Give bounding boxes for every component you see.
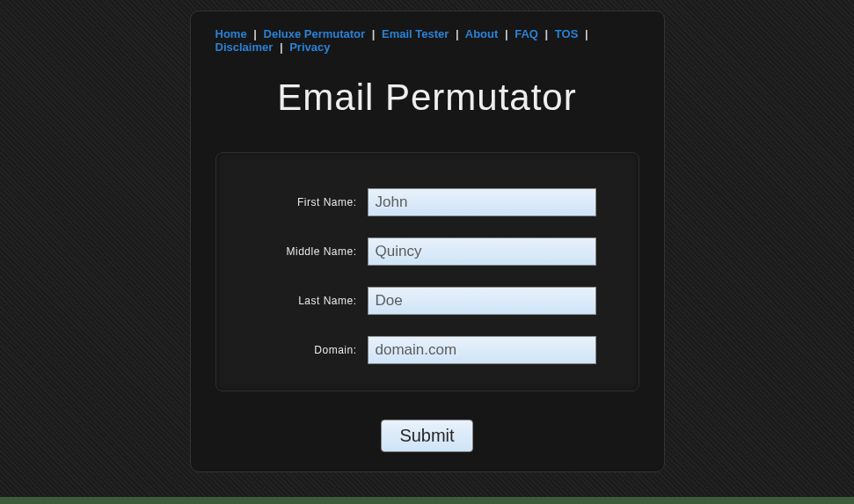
top-nav: Home | Deluxe Permutator | Email Tester … (215, 27, 639, 54)
first-name-label: First Name: (243, 196, 357, 208)
nav-sep: | (456, 27, 459, 40)
page-title: Email Permutator (215, 77, 639, 119)
last-name-input[interactable] (368, 287, 596, 315)
nav-deluxe-permutator[interactable]: Deluxe Permutator (264, 27, 366, 40)
row-domain: Domain: (243, 336, 612, 364)
nav-home[interactable]: Home (215, 27, 247, 40)
form-box: First Name: Middle Name: Last Name: Doma… (215, 152, 639, 391)
middle-name-label: Middle Name: (243, 245, 357, 258)
nav-disclaimer[interactable]: Disclaimer (215, 40, 274, 54)
nav-sep: | (253, 27, 257, 40)
nav-tos[interactable]: TOS (555, 27, 579, 40)
nav-email-tester[interactable]: Email Tester (382, 27, 449, 40)
nav-sep: | (545, 27, 549, 40)
middle-name-input[interactable] (368, 237, 596, 266)
nav-sep: | (280, 40, 283, 54)
nav-about[interactable]: About (465, 27, 499, 40)
bottom-bar (0, 497, 854, 504)
nav-sep: | (505, 27, 508, 40)
submit-button[interactable]: Submit (381, 420, 472, 452)
row-middle-name: Middle Name: (243, 237, 612, 266)
nav-privacy[interactable]: Privacy (289, 40, 330, 54)
row-last-name: Last Name: (243, 287, 612, 315)
row-first-name: First Name: (243, 188, 612, 216)
domain-label: Domain: (243, 344, 357, 356)
first-name-input[interactable] (368, 188, 596, 216)
nav-faq[interactable]: FAQ (515, 27, 538, 40)
nav-sep: | (585, 27, 588, 40)
submit-wrap: Submit (215, 420, 639, 452)
main-panel: Home | Deluxe Permutator | Email Tester … (190, 11, 665, 472)
last-name-label: Last Name: (243, 295, 357, 307)
domain-input[interactable] (368, 336, 596, 364)
nav-sep: | (372, 27, 376, 40)
